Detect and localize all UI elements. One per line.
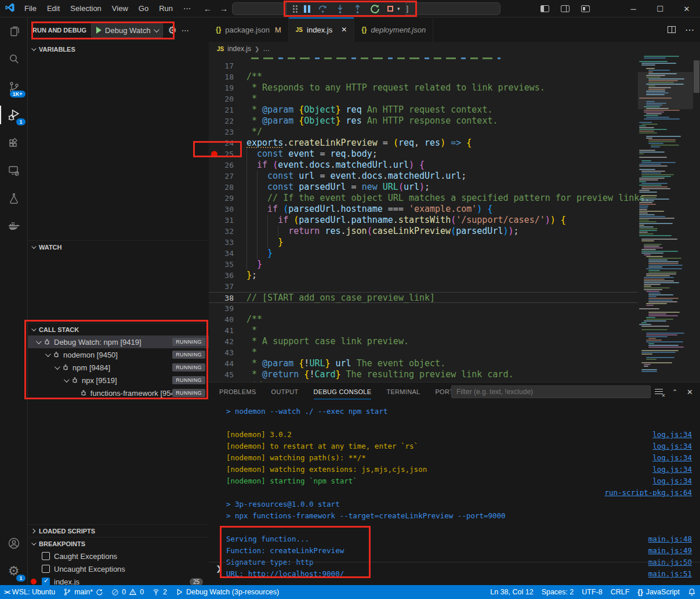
debug-console-prompt[interactable]: ❯ [209, 562, 700, 575]
callstack-row[interactable]: nodemon [9450]RUNNING [28, 348, 209, 361]
panel-tab-problems[interactable]: PROBLEMS [219, 383, 256, 401]
clear-console-icon[interactable] [655, 388, 663, 395]
callstack-row[interactable]: npx [9519]RUNNING [28, 374, 209, 387]
git-branch-indicator[interactable]: main* [59, 585, 107, 599]
maximize-panel-icon[interactable]: ⌃ [672, 388, 677, 396]
close-tab-icon[interactable]: ✕ [341, 26, 347, 34]
editor-gutter[interactable]: 44 [209, 358, 246, 369]
editor-gutter[interactable]: 24 [209, 138, 246, 149]
code-line-24[interactable]: 24exports.createLinkPreview = (req, res)… [209, 138, 638, 149]
source-link[interactable]: log.js:34 [652, 441, 692, 452]
menu-edit[interactable]: Edit [42, 2, 64, 15]
editor-gutter[interactable]: 17 [209, 60, 246, 71]
remote-indicator[interactable]: >< WSL: Ubuntu [0, 585, 59, 599]
code-line-19[interactable]: 19 * Responds to any HTTP request relate… [209, 82, 638, 93]
ports-indicator[interactable]: 2 [148, 585, 171, 599]
menu-more[interactable]: ⋯ [179, 2, 195, 15]
sidebar-item-extensions[interactable] [0, 129, 28, 157]
debug-config-dropdown[interactable]: Debug Watch [91, 23, 163, 38]
sidebar-item-search[interactable] [0, 45, 28, 73]
code-line-26[interactable]: 26if (event.docs.matchedUrl.url) { [209, 160, 638, 171]
eol-setting[interactable]: CRLF [607, 585, 634, 599]
sidebar-item-source-control[interactable]: 1K+ [0, 73, 28, 101]
editor-gutter[interactable]: 26 [209, 160, 246, 171]
code-line-20[interactable]: 20 * [209, 93, 638, 104]
variables-section-header[interactable]: VARIABLES [28, 43, 209, 56]
editor-gutter[interactable]: 27 [209, 171, 246, 182]
code-line-39[interactable]: 39 [209, 303, 638, 314]
call-stack-section-header[interactable]: CALL STACK [28, 323, 209, 335]
code-line-31[interactable]: 31if (parsedUrl.pathname.startsWith('/su… [209, 215, 638, 226]
menu-file[interactable]: File [20, 2, 41, 15]
code-line-23[interactable]: 23 */ [209, 127, 638, 138]
callstack-row[interactable]: functions-framework [954...RUNNING [28, 387, 209, 399]
code-line-28[interactable]: 28const parsedUrl = new URL(url); [209, 182, 638, 193]
editor-gutter[interactable]: 20 [209, 93, 246, 104]
code-line-17[interactable]: 17 [209, 60, 638, 71]
drag-grip-icon[interactable] [293, 5, 295, 7]
close-button[interactable]: ✕ [673, 0, 700, 17]
sidebar-item-run-debug[interactable]: 1 [0, 101, 28, 129]
code-line-29[interactable]: 29// If the event object URL matches a s… [209, 193, 638, 204]
tab-deployment-json[interactable]: {} deployment.json [354, 17, 433, 42]
editor-gutter[interactable]: 38 [209, 293, 246, 302]
editor-gutter[interactable]: 39 [209, 303, 246, 314]
source-link[interactable]: log.js:34 [652, 452, 692, 464]
watch-section-header[interactable]: WATCH [28, 240, 209, 253]
code-line-35[interactable]: 35} [209, 259, 638, 270]
breakpoint-item[interactable]: Caught Exceptions [28, 550, 209, 562]
code-editor[interactable]: 1718/**19 * Responds to any HTTP request… [209, 56, 700, 382]
start-debug-icon[interactable] [96, 27, 101, 34]
code-line-18[interactable]: 18/** [209, 71, 638, 82]
code-line-43[interactable]: 43 * [209, 347, 638, 358]
editor-gutter[interactable]: 30 [209, 204, 246, 215]
code-line-34[interactable]: 34} [209, 248, 638, 259]
notifications-bell[interactable] [684, 585, 700, 599]
editor-gutter[interactable]: 42 [209, 336, 246, 347]
code-line-36[interactable]: 36}; [209, 270, 638, 281]
callstack-row[interactable]: npm [9484]RUNNING [28, 361, 209, 374]
loaded-scripts-section-header[interactable]: LOADED SCRIPTS [28, 524, 209, 537]
step-over-button[interactable] [318, 4, 328, 14]
editor-gutter[interactable]: 31 [209, 215, 246, 226]
editor-gutter[interactable]: 25 [209, 149, 246, 160]
editor-gutter[interactable]: 29 [209, 193, 246, 204]
sidebar-more-actions-icon[interactable]: ⋯ [182, 26, 189, 35]
breakpoint-checkbox[interactable] [42, 565, 50, 573]
toggle-secondary-sidebar-icon[interactable] [561, 5, 570, 12]
customize-layout-icon[interactable] [581, 5, 590, 12]
stop-dropdown-chevron-icon[interactable]: ▾ [397, 6, 400, 12]
editor-gutter[interactable]: 21 [209, 104, 246, 116]
editor-gutter[interactable]: 33 [209, 237, 246, 248]
editor-gutter[interactable]: 23 [209, 127, 246, 138]
menu-go[interactable]: Go [134, 2, 153, 15]
breakpoint-dot[interactable] [211, 151, 217, 157]
breakpoint-checkbox[interactable] [42, 552, 50, 560]
tab-index-js[interactable]: JS index.js ✕ [289, 17, 354, 42]
menu-view[interactable]: View [107, 2, 133, 15]
step-out-button[interactable] [353, 4, 362, 14]
breakpoints-section-header[interactable]: BREAKPOINTS [28, 537, 209, 550]
sidebar-item-testing[interactable] [0, 185, 28, 212]
maximize-button[interactable]: ☐ [647, 0, 673, 17]
forward-arrow-icon[interactable]: → [220, 4, 228, 13]
code-line-42[interactable]: 42 * A support case link preview. [209, 336, 638, 347]
panel-tab-output[interactable]: OUTPUT [271, 383, 299, 401]
editor-gutter[interactable]: 19 [209, 82, 246, 93]
settings-gear-icon[interactable]: ⚙ 1 [0, 557, 28, 585]
minimap-slider[interactable] [638, 72, 693, 109]
breakpoint-checkbox[interactable] [42, 578, 50, 586]
editor-gutter[interactable]: 35 [209, 259, 246, 270]
code-line-21[interactable]: 21 * @param {Object} req An HTTP request… [209, 104, 638, 116]
code-line-44[interactable]: 44 * @param {!URL} url The event object. [209, 358, 638, 369]
code-line-33[interactable]: 33} [209, 237, 638, 248]
restart-button[interactable] [370, 4, 380, 14]
console-filter-input[interactable] [451, 385, 651, 398]
source-link[interactable]: log.js:34 [652, 429, 692, 441]
editor-gutter[interactable]: 40 [209, 314, 246, 325]
code-line-37[interactable]: 37 [209, 281, 638, 292]
source-link[interactable]: main.js:48 [648, 533, 692, 545]
code-line-30[interactable]: 30if (parsedUrl.hostname === 'example.co… [209, 204, 638, 215]
editor-gutter[interactable]: 45 [209, 369, 246, 380]
code-line-40[interactable]: 40/** [209, 314, 638, 325]
